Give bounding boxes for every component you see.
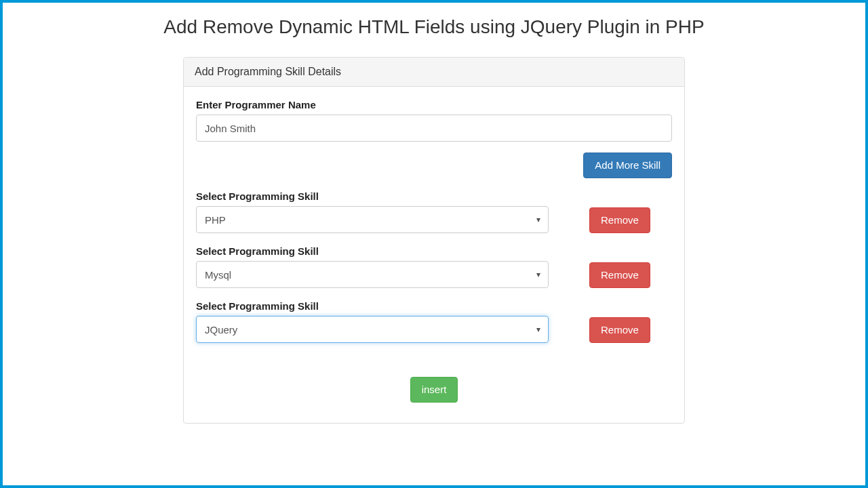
skill-label: Select Programming Skill [196,245,549,257]
skill-select-wrap: Mysql [196,261,549,288]
skills-container: Select Programming SkillPHPRemoveSelect … [196,190,672,343]
remove-skill-button[interactable]: Remove [589,317,650,343]
skill-select[interactable]: JQuery [196,316,549,343]
add-more-row: Add More Skill [196,152,672,178]
programmer-name-label: Enter Programmer Name [196,99,672,110]
skill-select[interactable]: PHP [196,206,549,233]
skill-row: Select Programming SkillJQueryRemove [196,300,672,343]
skill-panel: Add Programming Skill Details Enter Prog… [183,57,685,424]
page-title: Add Remove Dynamic HTML Fields using JQu… [3,16,865,38]
skill-col-right: Remove [589,262,650,288]
add-more-skill-button[interactable]: Add More Skill [583,152,672,178]
submit-row: insert [196,377,672,403]
panel-body: Enter Programmer Name Add More Skill Sel… [184,87,684,423]
skill-select-wrap: PHP [196,206,549,233]
panel-heading: Add Programming Skill Details [184,58,684,87]
skill-col-left: Select Programming SkillJQuery [196,300,549,343]
skill-col-left: Select Programming SkillMysql [196,245,549,288]
insert-button[interactable]: insert [410,377,458,403]
skill-col-right: Remove [589,207,650,233]
programmer-name-input[interactable] [196,115,672,142]
programmer-name-group: Enter Programmer Name [196,99,672,142]
skill-label: Select Programming Skill [196,300,549,312]
remove-skill-button[interactable]: Remove [589,262,650,288]
skill-label: Select Programming Skill [196,190,549,202]
skill-col-left: Select Programming SkillPHP [196,190,549,233]
app-frame: Add Remove Dynamic HTML Fields using JQu… [0,0,868,488]
remove-skill-button[interactable]: Remove [589,207,650,233]
skill-select[interactable]: Mysql [196,261,549,288]
skill-col-right: Remove [589,317,650,343]
skill-row: Select Programming SkillPHPRemove [196,190,672,233]
skill-select-wrap: JQuery [196,316,549,343]
skill-row: Select Programming SkillMysqlRemove [196,245,672,288]
